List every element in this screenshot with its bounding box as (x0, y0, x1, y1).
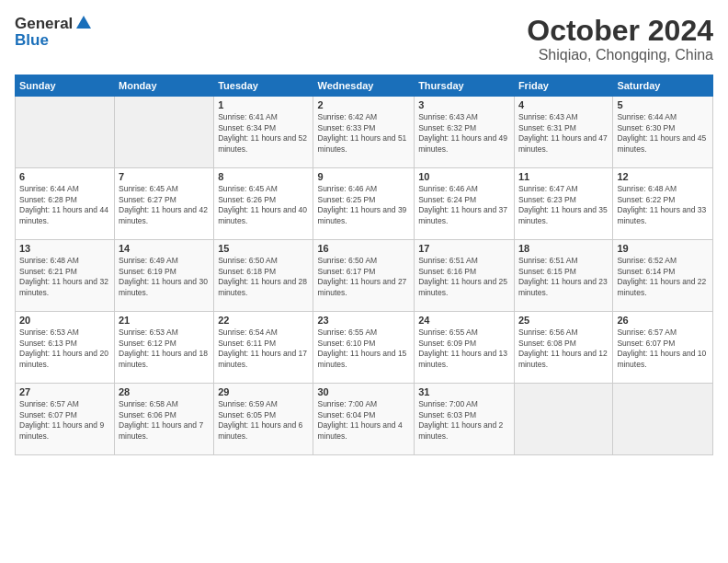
header: General Blue October 2024 Shiqiao, Chong… (15, 15, 713, 63)
calendar-page: General Blue October 2024 Shiqiao, Chong… (0, 0, 728, 563)
day-number: 25 (518, 315, 609, 326)
calendar-week-5: 27Sunrise: 6:57 AMSunset: 6:07 PMDayligh… (16, 384, 713, 455)
col-saturday: Saturday (613, 75, 713, 97)
logo: General Blue (15, 15, 91, 50)
calendar-cell: 6Sunrise: 6:44 AMSunset: 6:28 PMDaylight… (16, 168, 115, 240)
calendar-header: Sunday Monday Tuesday Wednesday Thursday… (16, 75, 713, 97)
day-info: Sunrise: 6:53 AMSunset: 6:13 PMDaylight:… (19, 327, 110, 370)
calendar-cell: 8Sunrise: 6:45 AMSunset: 6:26 PMDaylight… (214, 168, 313, 240)
day-number: 15 (218, 243, 309, 254)
day-number: 2 (317, 99, 410, 110)
day-number: 26 (617, 315, 709, 326)
calendar-cell: 30Sunrise: 7:00 AMSunset: 6:04 PMDayligh… (313, 384, 415, 455)
day-number: 19 (617, 243, 709, 254)
col-monday: Monday (115, 75, 214, 97)
calendar-table: Sunday Monday Tuesday Wednesday Thursday… (15, 75, 713, 455)
calendar-body: 1Sunrise: 6:41 AMSunset: 6:34 PMDaylight… (16, 97, 713, 455)
day-info: Sunrise: 6:56 AMSunset: 6:08 PMDaylight:… (518, 327, 609, 370)
location-subtitle: Shiqiao, Chongqing, China (527, 47, 713, 63)
calendar-cell: 2Sunrise: 6:42 AMSunset: 6:33 PMDaylight… (313, 97, 415, 168)
day-number: 17 (418, 243, 510, 254)
day-info: Sunrise: 6:46 AMSunset: 6:25 PMDaylight:… (317, 184, 410, 226)
day-number: 5 (617, 99, 709, 110)
calendar-cell: 25Sunrise: 6:56 AMSunset: 6:08 PMDayligh… (514, 312, 612, 384)
day-info: Sunrise: 6:51 AMSunset: 6:15 PMDaylight:… (518, 256, 609, 298)
day-info: Sunrise: 6:42 AMSunset: 6:33 PMDaylight:… (317, 112, 410, 155)
calendar-cell (115, 97, 214, 168)
calendar-week-1: 1Sunrise: 6:41 AMSunset: 6:34 PMDaylight… (16, 97, 713, 168)
day-info: Sunrise: 6:55 AMSunset: 6:10 PMDaylight:… (317, 327, 410, 370)
day-info: Sunrise: 6:47 AMSunset: 6:23 PMDaylight:… (518, 184, 609, 226)
day-info: Sunrise: 6:51 AMSunset: 6:16 PMDaylight:… (418, 256, 510, 298)
calendar-cell: 3Sunrise: 6:43 AMSunset: 6:32 PMDaylight… (415, 97, 515, 168)
calendar-cell: 26Sunrise: 6:57 AMSunset: 6:07 PMDayligh… (613, 312, 713, 384)
calendar-cell: 11Sunrise: 6:47 AMSunset: 6:23 PMDayligh… (514, 168, 612, 240)
day-number: 12 (617, 171, 709, 182)
calendar-cell: 9Sunrise: 6:46 AMSunset: 6:25 PMDaylight… (313, 168, 415, 240)
day-number: 6 (19, 171, 110, 182)
col-tuesday: Tuesday (214, 75, 313, 97)
header-row: Sunday Monday Tuesday Wednesday Thursday… (16, 75, 713, 97)
calendar-cell: 17Sunrise: 6:51 AMSunset: 6:16 PMDayligh… (415, 240, 515, 312)
day-number: 23 (317, 315, 410, 326)
day-info: Sunrise: 6:50 AMSunset: 6:17 PMDaylight:… (317, 256, 410, 298)
day-info: Sunrise: 6:57 AMSunset: 6:07 PMDaylight:… (617, 327, 709, 370)
day-info: Sunrise: 6:46 AMSunset: 6:24 PMDaylight:… (418, 184, 510, 226)
day-info: Sunrise: 6:59 AMSunset: 6:05 PMDaylight:… (218, 399, 309, 442)
calendar-cell: 19Sunrise: 6:52 AMSunset: 6:14 PMDayligh… (613, 240, 713, 312)
day-info: Sunrise: 6:45 AMSunset: 6:26 PMDaylight:… (218, 184, 309, 226)
day-number: 22 (218, 315, 309, 326)
day-info: Sunrise: 6:57 AMSunset: 6:07 PMDaylight:… (19, 399, 110, 442)
calendar-cell: 28Sunrise: 6:58 AMSunset: 6:06 PMDayligh… (115, 384, 214, 455)
calendar-cell: 12Sunrise: 6:48 AMSunset: 6:22 PMDayligh… (613, 168, 713, 240)
day-number: 3 (418, 99, 510, 110)
day-info: Sunrise: 6:58 AMSunset: 6:06 PMDaylight:… (119, 399, 210, 442)
calendar-cell: 13Sunrise: 6:48 AMSunset: 6:21 PMDayligh… (16, 240, 115, 312)
day-info: Sunrise: 6:53 AMSunset: 6:12 PMDaylight:… (119, 327, 210, 370)
day-info: Sunrise: 6:54 AMSunset: 6:11 PMDaylight:… (218, 327, 309, 370)
day-number: 27 (19, 386, 110, 397)
day-number: 9 (317, 171, 410, 182)
calendar-cell: 14Sunrise: 6:49 AMSunset: 6:19 PMDayligh… (115, 240, 214, 312)
col-friday: Friday (514, 75, 612, 97)
day-number: 31 (418, 386, 510, 397)
calendar-week-2: 6Sunrise: 6:44 AMSunset: 6:28 PMDaylight… (16, 168, 713, 240)
col-wednesday: Wednesday (313, 75, 415, 97)
day-number: 16 (317, 243, 410, 254)
calendar-cell: 20Sunrise: 6:53 AMSunset: 6:13 PMDayligh… (16, 312, 115, 384)
day-number: 10 (418, 171, 510, 182)
col-thursday: Thursday (415, 75, 515, 97)
calendar-cell: 15Sunrise: 6:50 AMSunset: 6:18 PMDayligh… (214, 240, 313, 312)
calendar-cell (16, 97, 115, 168)
day-number: 13 (19, 243, 110, 254)
calendar-cell: 4Sunrise: 6:43 AMSunset: 6:31 PMDaylight… (514, 97, 612, 168)
day-number: 1 (218, 99, 309, 110)
calendar-cell: 23Sunrise: 6:55 AMSunset: 6:10 PMDayligh… (313, 312, 415, 384)
calendar-cell: 16Sunrise: 6:50 AMSunset: 6:17 PMDayligh… (313, 240, 415, 312)
day-number: 24 (418, 315, 510, 326)
day-info: Sunrise: 6:48 AMSunset: 6:21 PMDaylight:… (19, 256, 110, 298)
day-number: 21 (119, 315, 210, 326)
day-number: 8 (218, 171, 309, 182)
day-info: Sunrise: 6:55 AMSunset: 6:09 PMDaylight:… (418, 327, 510, 370)
day-info: Sunrise: 6:44 AMSunset: 6:28 PMDaylight:… (19, 184, 110, 226)
day-number: 20 (19, 315, 110, 326)
day-info: Sunrise: 6:43 AMSunset: 6:32 PMDaylight:… (418, 112, 510, 155)
day-number: 18 (518, 243, 609, 254)
calendar-cell: 31Sunrise: 7:00 AMSunset: 6:03 PMDayligh… (415, 384, 515, 455)
calendar-cell: 10Sunrise: 6:46 AMSunset: 6:24 PMDayligh… (415, 168, 515, 240)
calendar-cell: 18Sunrise: 6:51 AMSunset: 6:15 PMDayligh… (514, 240, 612, 312)
day-number: 7 (119, 171, 210, 182)
day-info: Sunrise: 6:44 AMSunset: 6:30 PMDaylight:… (617, 112, 709, 155)
day-number: 28 (119, 386, 210, 397)
title-block: October 2024 Shiqiao, Chongqing, China (527, 15, 713, 63)
day-info: Sunrise: 6:49 AMSunset: 6:19 PMDaylight:… (119, 256, 210, 298)
calendar-cell: 22Sunrise: 6:54 AMSunset: 6:11 PMDayligh… (214, 312, 313, 384)
day-number: 14 (119, 243, 210, 254)
calendar-week-4: 20Sunrise: 6:53 AMSunset: 6:13 PMDayligh… (16, 312, 713, 384)
calendar-cell (613, 384, 713, 455)
calendar-cell: 24Sunrise: 6:55 AMSunset: 6:09 PMDayligh… (415, 312, 515, 384)
calendar-week-3: 13Sunrise: 6:48 AMSunset: 6:21 PMDayligh… (16, 240, 713, 312)
day-info: Sunrise: 6:43 AMSunset: 6:31 PMDaylight:… (518, 112, 609, 155)
col-sunday: Sunday (16, 75, 115, 97)
